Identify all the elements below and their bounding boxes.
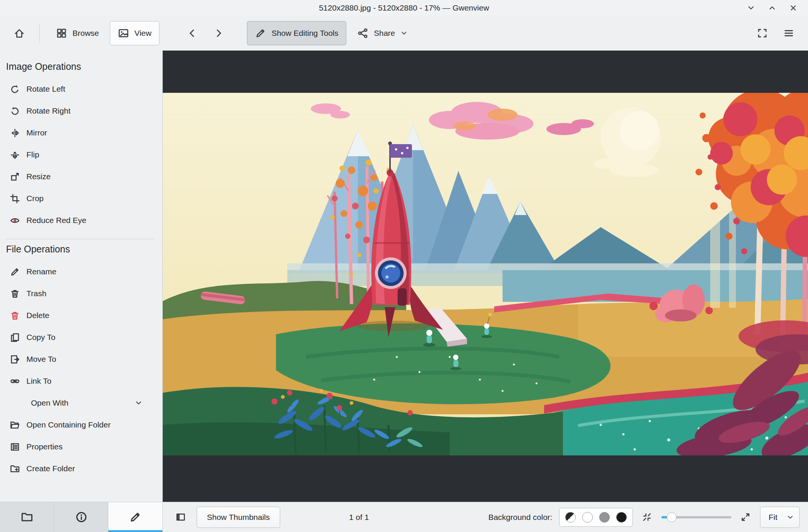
item-label: Copy To	[26, 333, 56, 342]
sidebar-item-open-with[interactable]: Open With	[5, 392, 162, 414]
chevron-right-icon	[213, 28, 224, 39]
rename-icon	[10, 267, 20, 277]
item-label: Rotate Right	[26, 106, 71, 115]
titlebar: 5120x2880.jpg - 5120x2880 - 17% — Gwenvi…	[0, 0, 808, 15]
item-label: Open Containing Folder	[26, 420, 111, 429]
fullscreen-icon	[757, 28, 768, 39]
gwenview-window: 5120x2880.jpg - 5120x2880 - 17% — Gwenvi…	[0, 0, 808, 532]
share-label: Share	[374, 29, 395, 38]
sidebar-item-rotate-left[interactable]: Rotate Left	[5, 78, 162, 100]
operations-panel: Image Operations Rotate Left Rotate Righ…	[0, 51, 162, 502]
view-label: View	[134, 29, 151, 38]
item-label: Rotate Left	[26, 85, 65, 94]
item-label: Flip	[26, 150, 39, 159]
editing-tools-label: Show Editing Tools	[271, 29, 338, 38]
main-area: Show Thumbnails 1 of 1 Background color:	[163, 51, 808, 532]
info-icon	[75, 511, 88, 523]
crop-icon	[10, 194, 20, 204]
item-label: Create Folder	[26, 464, 75, 473]
background-white-swatch[interactable]	[582, 512, 593, 523]
tab-folders[interactable]	[0, 502, 54, 532]
zoom-slider-thumb[interactable]	[667, 512, 677, 522]
item-label: Mirror	[26, 128, 47, 137]
section-divider	[5, 239, 154, 239]
sidebar-tabs	[0, 502, 162, 532]
minimize-button[interactable]	[746, 3, 756, 13]
previous-button[interactable]	[180, 21, 204, 45]
copy-icon	[10, 332, 20, 343]
sidebar-item-mirror[interactable]: Mirror	[5, 122, 162, 144]
tab-operations[interactable]	[108, 502, 162, 532]
properties-icon	[10, 442, 20, 452]
show-thumbnails-button[interactable]: Show Thumbnails	[197, 507, 280, 528]
mirror-icon	[10, 128, 20, 138]
home-button[interactable]	[8, 21, 31, 45]
fullscreen-button[interactable]	[751, 21, 774, 45]
image-operations-title: Image Operations	[6, 61, 162, 72]
sidebar-item-resize[interactable]: Resize	[5, 166, 162, 188]
next-button[interactable]	[207, 21, 230, 45]
view-mode-button[interactable]: View	[110, 21, 159, 45]
item-label: Properties	[26, 442, 63, 451]
folder-open-icon	[10, 420, 20, 430]
view-image-icon	[118, 28, 129, 39]
zoom-slider[interactable]	[662, 512, 731, 523]
background-color-label: Background color:	[488, 513, 552, 522]
trash-icon	[10, 289, 20, 299]
link-icon	[10, 376, 20, 386]
sidebar-item-create-folder[interactable]: Create Folder	[5, 458, 162, 480]
delete-icon	[10, 311, 20, 321]
browse-mode-button[interactable]: Browse	[48, 21, 107, 45]
show-editing-tools-button[interactable]: Show Editing Tools	[247, 21, 346, 45]
sidebar-item-properties[interactable]: Properties	[5, 436, 162, 458]
item-label: Crop	[26, 194, 44, 203]
background-black-swatch[interactable]	[616, 512, 627, 523]
close-button[interactable]	[788, 3, 798, 13]
chevron-down-icon	[134, 399, 143, 407]
sidebar-item-copy-to[interactable]: Copy To	[5, 326, 162, 348]
chevron-left-icon	[187, 28, 198, 39]
item-label: Move To	[26, 355, 56, 364]
hamburger-menu-button[interactable]	[777, 21, 800, 45]
sidebar-item-link-to[interactable]: Link To	[5, 370, 162, 392]
background-color-group	[559, 508, 633, 527]
folder-icon	[21, 511, 33, 523]
background-gray-swatch[interactable]	[599, 512, 610, 523]
sidebar-item-flip[interactable]: Flip	[5, 144, 162, 166]
background-auto-swatch[interactable]	[565, 512, 576, 523]
toolbar-separator	[39, 23, 40, 43]
share-icon	[357, 28, 369, 39]
item-label: Reduce Red Eye	[26, 216, 86, 225]
home-icon	[14, 28, 25, 39]
window-controls	[746, 3, 808, 13]
main-toolbar: Browse View Show Editing Tools Share	[0, 15, 808, 51]
maximize-button[interactable]	[767, 3, 777, 13]
sidebar-item-crop[interactable]: Crop	[5, 188, 162, 209]
tab-information[interactable]	[54, 502, 109, 532]
image-viewport[interactable]	[163, 51, 808, 502]
image-counter: 1 of 1	[349, 513, 369, 522]
sidebar-item-move-to[interactable]: Move To	[5, 348, 162, 370]
share-button[interactable]: Share	[349, 21, 416, 45]
zoom-mode-value: Fit	[769, 513, 777, 522]
item-label: Delete	[26, 311, 49, 320]
sidebar-item-open-containing-folder[interactable]: Open Containing Folder	[5, 414, 162, 436]
sidebar-item-rename[interactable]: Rename	[5, 261, 162, 283]
sidebar-item-rotate-right[interactable]: Rotate Right	[5, 100, 162, 122]
zoom-mode-combobox[interactable]: Fit	[760, 507, 800, 528]
window-title: 5120x2880.jpg - 5120x2880 - 17% — Gwenvi…	[0, 3, 808, 12]
zoom-actual-size-button[interactable]	[738, 508, 753, 527]
zoom-fit-icon	[642, 512, 652, 522]
sidebar-item-trash[interactable]: Trash	[5, 283, 162, 304]
item-label: Open With	[31, 398, 68, 407]
sidebar-icon	[176, 512, 186, 522]
statusbar: Show Thumbnails 1 of 1 Background color:	[163, 502, 808, 532]
zoom-expand-icon	[740, 512, 751, 522]
sidebar-item-reduce-red-eye[interactable]: Reduce Red Eye	[5, 209, 162, 231]
chevron-down-icon	[786, 514, 794, 521]
rotate-right-icon	[10, 106, 20, 116]
zoom-fit-button[interactable]	[640, 508, 655, 527]
file-operations-title: File Operations	[6, 244, 162, 255]
sidebar-item-delete[interactable]: Delete	[5, 304, 162, 326]
sidebar-toggle-button[interactable]	[171, 508, 190, 527]
